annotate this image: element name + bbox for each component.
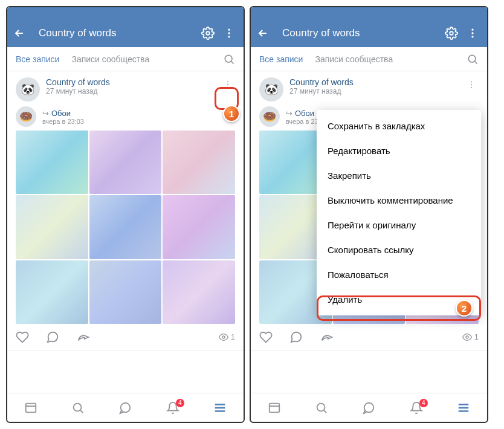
notification-badge: 4	[176, 399, 184, 407]
menu-copy-link[interactable]: Скопировать ссылку	[317, 237, 481, 262]
tab-community-posts[interactable]: Записи сообщества	[315, 54, 393, 64]
like-icon[interactable]	[259, 331, 273, 344]
menu-disable-comments[interactable]: Выключить комментирование	[317, 188, 481, 213]
nav-notifications-icon[interactable]: 4	[166, 401, 179, 414]
svg-point-1	[228, 29, 230, 31]
gear-icon[interactable]	[445, 27, 459, 40]
status-bar	[7, 7, 244, 19]
post-actions: 1	[7, 324, 244, 350]
image-grid[interactable]	[16, 131, 235, 324]
post-header: 🐼 Country of words 27 минут назад	[16, 77, 235, 102]
svg-point-5	[227, 81, 228, 82]
views-count: 1	[219, 332, 235, 342]
repost-author[interactable]: ↪Обои	[42, 109, 84, 118]
like-icon[interactable]	[16, 331, 29, 344]
menu-goto-original[interactable]: Перейти к оригиналу	[317, 213, 481, 237]
svg-point-12	[471, 29, 473, 31]
post-avatar[interactable]: 🐼	[16, 77, 40, 102]
annotation-badge-1: 1	[223, 105, 240, 122]
svg-point-3	[228, 36, 230, 37]
post-header: 🐼 Country of words 27 минут назад	[259, 77, 479, 102]
nav-news-icon[interactable]	[24, 401, 37, 414]
post: 🐼 Country of words 27 минут назад 🍩 ↪Обо…	[7, 71, 244, 324]
gear-icon[interactable]	[201, 27, 216, 40]
svg-point-11	[450, 31, 453, 35]
post-author[interactable]: Country of words	[46, 77, 221, 87]
bottom-nav: 4	[251, 393, 487, 422]
more-vertical-icon[interactable]	[223, 27, 237, 39]
svg-point-19	[466, 336, 468, 338]
post-avatar[interactable]: 🐼	[259, 77, 283, 102]
svg-point-14	[471, 36, 473, 37]
svg-rect-20	[270, 403, 280, 412]
search-icon[interactable]	[467, 53, 479, 65]
app-header: Country of words	[7, 19, 244, 47]
status-bar	[251, 7, 487, 19]
back-icon[interactable]	[13, 27, 28, 39]
nav-messages-icon[interactable]	[118, 401, 132, 414]
svg-point-16	[471, 81, 472, 82]
menu-save-bookmarks[interactable]: Сохранить в закладках	[317, 114, 481, 138]
phone-screenshot-left: Country of words Все записи Записи сообщ…	[6, 6, 245, 423]
nav-notifications-icon[interactable]: 4	[410, 401, 423, 414]
repost-time: вчера в 23:03	[42, 118, 84, 125]
svg-point-2	[228, 32, 230, 34]
annotation-badge-2: 2	[456, 300, 473, 317]
more-vertical-icon[interactable]	[467, 27, 481, 39]
svg-point-4	[225, 55, 232, 62]
share-icon[interactable]	[76, 331, 91, 344]
svg-point-8	[222, 336, 225, 338]
svg-point-10	[74, 403, 82, 411]
nav-menu-icon[interactable]	[457, 401, 470, 414]
repost-icon: ↪	[286, 109, 292, 118]
svg-point-6	[227, 84, 228, 85]
tab-all-posts[interactable]: Все записи	[259, 54, 303, 64]
post-more-icon[interactable]	[464, 77, 479, 92]
svg-point-0	[206, 31, 210, 35]
repost-avatar[interactable]: 🍩	[16, 106, 36, 127]
app-header: Country of words	[251, 19, 487, 47]
post-time: 27 минут назад	[46, 87, 221, 95]
nav-search-icon[interactable]	[71, 401, 85, 414]
post-time: 27 минут назад	[289, 87, 464, 95]
nav-search-icon[interactable]	[315, 401, 328, 414]
header-title: Country of words	[282, 27, 438, 39]
comment-icon[interactable]	[289, 331, 303, 344]
svg-point-13	[471, 32, 473, 34]
nav-menu-icon[interactable]	[213, 401, 227, 414]
post-actions: 1	[251, 324, 487, 350]
comment-icon[interactable]	[46, 331, 59, 344]
header-title: Country of words	[39, 27, 194, 39]
tab-community-posts[interactable]: Записи сообщества	[71, 54, 149, 64]
share-icon[interactable]	[320, 331, 334, 344]
tabs-bar: Все записи Записи сообщества	[251, 47, 487, 71]
repost-icon: ↪	[42, 109, 49, 118]
repost-header: 🍩 ↪Обои вчера в 23:03	[16, 106, 235, 127]
menu-pin[interactable]: Закрепить	[317, 163, 481, 188]
context-menu: Сохранить в закладках Редактировать Закр…	[317, 110, 481, 315]
tab-all-posts[interactable]: Все записи	[16, 54, 59, 64]
svg-point-21	[317, 403, 325, 411]
search-icon[interactable]	[223, 53, 235, 65]
phone-screenshot-right: Country of words Все записи Записи сообщ…	[250, 6, 488, 423]
post-author[interactable]: Country of words	[289, 77, 464, 87]
back-icon[interactable]	[257, 27, 271, 39]
svg-point-18	[471, 86, 472, 88]
repost-avatar[interactable]: 🍩	[259, 106, 280, 127]
svg-rect-9	[26, 403, 36, 412]
menu-edit[interactable]: Редактировать	[317, 138, 481, 163]
svg-point-15	[468, 55, 476, 62]
nav-news-icon[interactable]	[268, 401, 281, 414]
views-count: 1	[462, 332, 479, 342]
notification-badge: 4	[419, 399, 428, 407]
svg-point-17	[471, 84, 472, 85]
tabs-bar: Все записи Записи сообщества	[7, 47, 244, 71]
bottom-nav: 4	[7, 393, 244, 422]
menu-report[interactable]: Пожаловаться	[317, 262, 481, 287]
nav-messages-icon[interactable]	[362, 401, 375, 414]
